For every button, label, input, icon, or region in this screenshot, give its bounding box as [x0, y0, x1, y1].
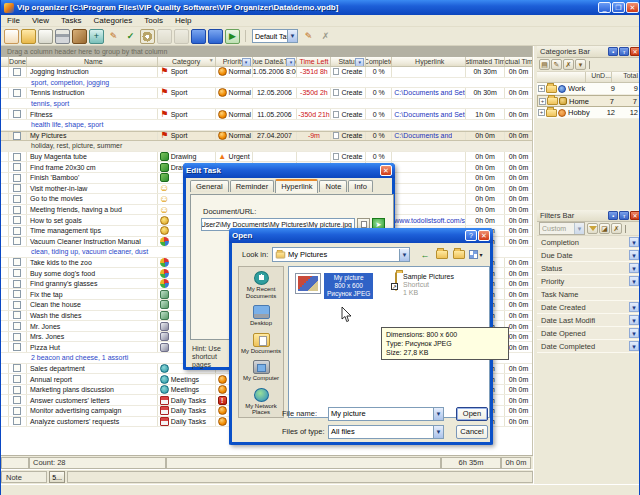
table-row[interactable]: My Pictures Sport Normal 27.04.2007 -9m …: [1, 131, 532, 142]
expand-icon[interactable]: +: [538, 109, 545, 116]
column-header[interactable]: Hyperlink: [392, 57, 466, 66]
categories-float-icon[interactable]: ▪: [608, 47, 618, 56]
exit-icon[interactable]: [72, 29, 87, 44]
clear-filter-icon[interactable]: ◪: [599, 223, 610, 234]
done-checkbox[interactable]: [13, 407, 21, 415]
close-button[interactable]: ✕: [626, 2, 639, 13]
done-checkbox[interactable]: [13, 333, 21, 341]
filter-dropdown-icon[interactable]: [629, 302, 639, 312]
filter-preset-select[interactable]: Custom ▼: [539, 222, 585, 235]
column-header[interactable]: Estimated Time: [466, 57, 505, 66]
categories-close-icon[interactable]: ✕: [630, 47, 640, 56]
open-dialog-close-icon[interactable]: ✕: [478, 230, 490, 241]
filter-dropdown-icon[interactable]: [629, 328, 639, 338]
done-checkbox[interactable]: [13, 163, 21, 171]
up-one-level-icon[interactable]: [435, 248, 449, 261]
cut-icon[interactable]: [157, 29, 172, 44]
category-tree-item[interactable]: + Hobby 12 12: [537, 107, 640, 119]
dialog-tab[interactable]: Hyperlink: [275, 179, 318, 193]
column-header[interactable]: Due Date&Time: [253, 57, 298, 66]
column-header[interactable]: Status: [331, 57, 366, 66]
file-name-dropdown-icon[interactable]: ▼: [433, 408, 443, 420]
total-column-header[interactable]: Total: [611, 72, 640, 82]
table-row[interactable]: holiday, rest, picture, summer: [1, 141, 532, 152]
look-in-select[interactable]: My Pictures ▼: [272, 247, 410, 262]
column-header[interactable]: Category: [158, 57, 216, 66]
hyperlink[interactable]: C:\Documents and: [394, 132, 452, 139]
copy-icon[interactable]: [174, 29, 189, 44]
done-checkbox[interactable]: [13, 153, 21, 161]
filter-preset-dropdown-icon[interactable]: ▼: [574, 223, 584, 234]
files-of-type-dropdown-icon[interactable]: ▼: [433, 426, 443, 438]
filter-row[interactable]: Date Created: [537, 301, 640, 314]
file-item-selected[interactable]: My picture 800 x 600 Рисунок JPEG: [295, 273, 373, 299]
back-icon[interactable]: ←: [418, 248, 432, 261]
done-checkbox[interactable]: [13, 195, 21, 203]
delete-filter-icon[interactable]: ✗: [611, 223, 622, 234]
edit-task-icon[interactable]: ✎: [106, 29, 121, 44]
done-checkbox[interactable]: [13, 311, 21, 319]
table-row[interactable]: tennis, sport: [1, 99, 532, 110]
maximize-button[interactable]: ❐: [612, 2, 625, 13]
view-eye-icon[interactable]: [140, 29, 155, 44]
column-filter-icon[interactable]: [286, 58, 295, 66]
column-header[interactable]: Time Left: [297, 57, 331, 66]
filter-dropdown-icon[interactable]: [629, 341, 639, 351]
done-checkbox[interactable]: [13, 280, 21, 288]
look-in-dropdown-icon[interactable]: ▼: [399, 249, 409, 261]
done-checkbox[interactable]: [13, 396, 21, 404]
go-icon[interactable]: ▶: [225, 29, 240, 44]
done-checkbox[interactable]: [13, 227, 21, 235]
done-checkbox[interactable]: [13, 89, 21, 97]
table-row[interactable]: health life, shape, sport: [1, 120, 532, 131]
done-checkbox[interactable]: [13, 301, 21, 309]
menu-item[interactable]: View: [26, 16, 55, 25]
done-checkbox[interactable]: [13, 269, 21, 277]
table-row[interactable]: Jogging Instruction Sport Normal 11.05.2…: [1, 67, 532, 78]
done-checkbox[interactable]: [13, 343, 21, 351]
column-header[interactable]: Priority: [216, 57, 253, 66]
dialog-tab[interactable]: Note: [319, 180, 347, 192]
filter-row[interactable]: Completion: [537, 236, 640, 249]
table-row[interactable]: Tennis Instruction Sport Normal 12.05.20…: [1, 88, 532, 99]
done-checkbox[interactable]: [13, 174, 21, 182]
dialog-tab[interactable]: Info: [348, 180, 373, 192]
places-bar-item[interactable]: My Documents: [239, 333, 283, 355]
hyperlink[interactable]: www.todolistsoft.com/sc: [394, 217, 465, 224]
done-checkbox[interactable]: [13, 132, 21, 140]
column-header[interactable]: Actual Time: [505, 57, 532, 66]
done-checkbox[interactable]: [13, 110, 21, 118]
done-checkbox[interactable]: [13, 68, 21, 76]
done-checkbox[interactable]: [13, 322, 21, 330]
menu-item[interactable]: File: [1, 16, 26, 25]
hyperlink[interactable]: C:\Documents and Settings\All: [394, 111, 465, 118]
view-mode-1-icon[interactable]: [191, 29, 206, 44]
apply-filter-icon[interactable]: [587, 223, 598, 234]
done-checkbox[interactable]: [13, 290, 21, 298]
filter-dropdown-icon[interactable]: [629, 276, 639, 286]
filters-close-icon[interactable]: ✕: [630, 211, 640, 220]
open-file-icon[interactable]: [21, 29, 36, 44]
categories-pin-icon[interactable]: т: [619, 47, 629, 56]
view-menu-icon[interactable]: ▾: [469, 248, 483, 261]
filter-row[interactable]: Status: [537, 262, 640, 275]
table-row[interactable]: sport, competion, jogging: [1, 78, 532, 89]
print-icon[interactable]: [55, 29, 70, 44]
places-bar-item[interactable]: My Recent Documents: [239, 271, 283, 299]
table-row[interactable]: Buy Magenta tube Drawing Urgent Create 0…: [1, 152, 532, 163]
filter-row[interactable]: Date Completed: [537, 340, 640, 353]
done-checkbox[interactable]: [13, 386, 21, 394]
add-task-icon[interactable]: +: [89, 29, 104, 44]
filter-dropdown-icon[interactable]: [629, 263, 639, 273]
edit-task-close-icon[interactable]: ✕: [380, 165, 392, 176]
help-icon[interactable]: ?: [465, 230, 477, 241]
category-options-icon[interactable]: ▾: [575, 59, 586, 70]
file-list[interactable]: My picture 800 x 600 Рисунок JPEG ↗ Samp…: [288, 266, 490, 418]
filter-row[interactable]: Task Name: [537, 288, 640, 301]
hyperlink[interactable]: C:\Documents and Settings\All: [394, 89, 465, 96]
expand-icon[interactable]: +: [539, 98, 546, 105]
column-filter-icon[interactable]: [242, 58, 251, 66]
menu-item[interactable]: Tasks: [55, 16, 87, 25]
note-expand-button[interactable]: 5...: [49, 471, 65, 483]
column-header[interactable]: Name: [27, 57, 158, 66]
